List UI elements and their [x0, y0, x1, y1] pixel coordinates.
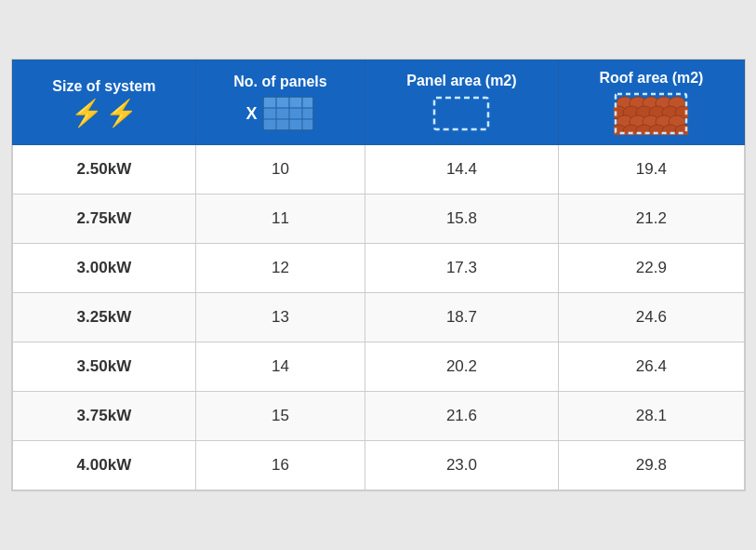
cell-panel-area: 18.7	[365, 293, 559, 342]
col-size-header: Size of system ⚡ ⚡	[12, 60, 196, 145]
cell-roof-area: 21.2	[559, 195, 744, 244]
cell-roof-area: 28.1	[559, 392, 744, 441]
cell-roof-area: 24.6	[559, 293, 744, 342]
table-row: 2.50kW1014.419.4	[12, 145, 744, 195]
cell-panel-area: 21.6	[365, 392, 559, 441]
col-panels-header: No. of panels X	[196, 60, 365, 145]
cell-roof-area: 29.8	[559, 441, 744, 490]
cell-size: 2.50kW	[12, 145, 196, 195]
table-body: 2.50kW1014.419.42.75kW1115.821.23.00kW12…	[12, 145, 744, 490]
table-row: 3.00kW1217.322.9	[12, 244, 744, 293]
col-panels-label: No. of panels	[233, 74, 326, 90]
table-row: 2.75kW1115.821.2	[12, 195, 744, 244]
table-header-row: Size of system ⚡ ⚡ No. of panels X	[12, 60, 744, 145]
cell-size: 3.00kW	[12, 244, 196, 293]
cell-panels: 11	[196, 195, 365, 244]
cell-size: 3.25kW	[12, 293, 196, 342]
roof-area-icon	[614, 92, 688, 135]
solar-panel-icon	[262, 96, 314, 131]
cell-panels: 14	[196, 342, 365, 392]
lightning-icon-1: ⚡	[71, 101, 103, 127]
svg-rect-7	[277, 98, 288, 107]
col-size-label: Size of system	[52, 78, 155, 95]
cell-panels: 12	[196, 244, 365, 293]
cell-panels: 15	[196, 392, 365, 441]
cell-size: 2.75kW	[12, 195, 196, 244]
cell-panels: 16	[196, 441, 365, 490]
svg-rect-10	[434, 98, 488, 129]
lightning-icon-2: ⚡	[105, 101, 138, 127]
solar-table: Size of system ⚡ ⚡ No. of panels X	[12, 60, 745, 490]
cell-size: 3.75kW	[12, 392, 196, 441]
panels-x-prefix: X	[245, 104, 257, 124]
table-row: 3.25kW1318.724.6	[12, 293, 744, 342]
cell-panel-area: 15.8	[365, 195, 559, 244]
cell-roof-area: 19.4	[559, 145, 744, 195]
cell-panels: 10	[196, 145, 365, 195]
col-roof-area-header: Roof area (m2)	[559, 60, 744, 145]
cell-panel-area: 20.2	[365, 342, 559, 392]
cell-panel-area: 23.0	[365, 441, 559, 490]
panel-area-icon	[431, 95, 491, 132]
col-panel-area-label: Panel area (m2)	[406, 73, 516, 89]
main-table-wrapper: Size of system ⚡ ⚡ No. of panels X	[11, 59, 746, 491]
lightning-icons: ⚡ ⚡	[71, 101, 138, 127]
table-row: 3.75kW1521.628.1	[12, 392, 744, 441]
cell-roof-area: 26.4	[559, 342, 744, 392]
col-roof-area-label: Roof area (m2)	[599, 70, 703, 87]
table-row: 4.00kW1623.029.8	[12, 441, 744, 490]
svg-rect-8	[290, 98, 301, 107]
cell-size: 4.00kW	[12, 441, 196, 490]
cell-panels: 13	[196, 293, 365, 342]
cell-size: 3.50kW	[12, 342, 196, 392]
svg-rect-9	[303, 98, 312, 107]
cell-panel-area: 14.4	[365, 145, 559, 195]
cell-panel-area: 17.3	[365, 244, 559, 293]
col-panel-area-header: Panel area (m2)	[365, 60, 559, 145]
svg-rect-6	[264, 98, 275, 107]
cell-roof-area: 22.9	[559, 244, 744, 293]
table-row: 3.50kW1420.226.4	[12, 342, 744, 392]
